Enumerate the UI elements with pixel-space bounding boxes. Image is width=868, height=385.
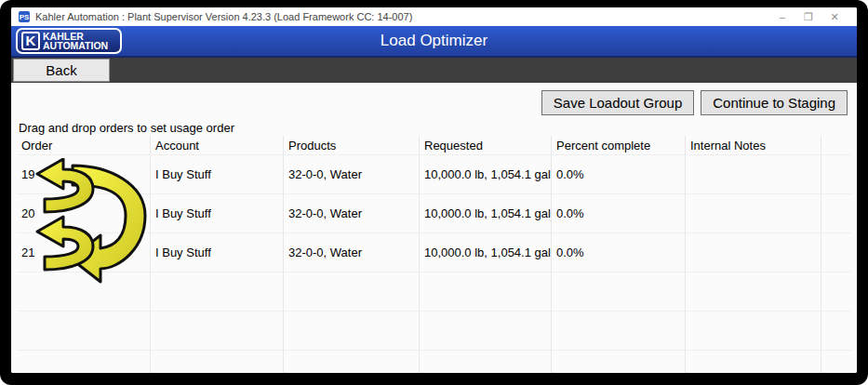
back-button[interactable]: Back: [13, 59, 110, 82]
title-bar: PS Kahler Automation : Plant Supervisor …: [11, 7, 857, 26]
table-row[interactable]: 19 I Buy Stuff 32-0-0, Water 10,000.0 lb…: [17, 155, 851, 194]
orders-table: Order Account Products Requested Percent…: [17, 136, 851, 373]
table-row[interactable]: 20 I Buy Stuff 32-0-0, Water 10,000.0 lb…: [17, 194, 851, 233]
col-header-order: Order: [17, 136, 151, 155]
app-window: PS Kahler Automation : Plant Supervisor …: [11, 7, 857, 373]
table-row-empty: [17, 272, 851, 312]
table-row[interactable]: 21 I Buy Stuff 32-0-0, Water 10,000.0 lb…: [17, 233, 851, 272]
main-content: Save Loadout Group Continue to Staging D…: [11, 83, 857, 373]
page-title: Load Optimizer: [11, 32, 857, 50]
cell-order: 21: [17, 233, 151, 272]
nav-strip: Back: [11, 58, 857, 83]
window-title: Kahler Automation : Plant Supervisor Ver…: [35, 11, 769, 22]
cell-account: I Buy Stuff: [151, 194, 284, 233]
col-header-spacer: [821, 136, 851, 155]
window-frame: PS Kahler Automation : Plant Supervisor …: [0, 0, 868, 385]
restore-icon[interactable]: ❐: [795, 7, 821, 26]
cell-percent-complete: 0.0%: [552, 233, 686, 272]
minimize-icon[interactable]: –: [769, 7, 795, 26]
action-buttons: Save Loadout Group Continue to Staging: [541, 90, 848, 115]
cell-internal-notes: [686, 155, 821, 194]
cell-account: I Buy Stuff: [151, 233, 284, 272]
table-header-row: Order Account Products Requested Percent…: [17, 136, 851, 155]
continue-to-staging-button[interactable]: Continue to Staging: [701, 90, 848, 115]
cell-order: 20: [17, 194, 151, 233]
col-header-products: Products: [284, 136, 420, 155]
col-header-percent-complete: Percent complete: [552, 136, 686, 155]
cell-products: 32-0-0, Water: [284, 194, 420, 233]
cell-percent-complete: 0.0%: [552, 155, 686, 194]
table-row-empty: [17, 312, 851, 351]
cell-internal-notes: [686, 233, 821, 272]
cell-spacer: [821, 233, 851, 272]
drag-drop-instruction: Drag and drop orders to set usage order: [19, 121, 234, 135]
cell-products: 32-0-0, Water: [284, 155, 420, 194]
cell-requested: 10,000.0 lb, 1,054.1 gal: [420, 155, 552, 194]
cell-products: 32-0-0, Water: [284, 233, 420, 272]
window-controls: – ❐ ✕: [769, 7, 857, 26]
app-header: Load Optimizer K KAHLER AUTOMATION: [11, 26, 857, 58]
cell-order: 19: [17, 155, 151, 194]
close-icon[interactable]: ✕: [821, 7, 848, 26]
col-header-account: Account: [151, 136, 284, 155]
table-row-empty: [17, 351, 851, 373]
cell-account: I Buy Stuff: [151, 155, 284, 194]
cell-percent-complete: 0.0%: [552, 194, 686, 233]
col-header-internal-notes: Internal Notes: [686, 136, 821, 155]
cell-spacer: [821, 194, 851, 233]
cell-spacer: [821, 155, 851, 194]
cell-requested: 10,000.0 lb, 1,054.1 gal: [420, 194, 552, 233]
cell-internal-notes: [686, 194, 821, 233]
col-header-requested: Requested: [420, 136, 552, 155]
save-loadout-group-button[interactable]: Save Loadout Group: [541, 90, 694, 115]
cell-requested: 10,000.0 lb, 1,054.1 gal: [420, 233, 552, 272]
app-icon: PS: [19, 11, 30, 22]
